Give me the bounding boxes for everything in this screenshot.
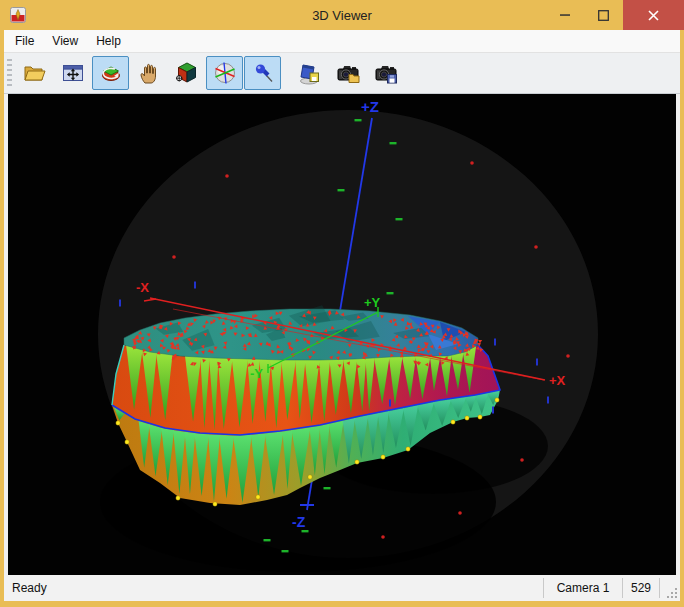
snapshot-to-disk-button[interactable] <box>367 56 404 90</box>
pan-window-button[interactable] <box>54 56 91 90</box>
titlebar[interactable]: 3D Viewer <box>0 0 684 30</box>
cube-icon <box>174 60 200 86</box>
status-value: 529 <box>623 575 659 601</box>
scene-graphics <box>98 110 598 572</box>
snapshot-to-folder-button[interactable] <box>329 56 366 90</box>
viewport-frame: +Z -Z -X +X +Y -Y <box>4 94 680 575</box>
save-scene-button[interactable] <box>291 56 328 90</box>
axis-label-y-pos: +Y <box>364 295 381 310</box>
3d-scene[interactable]: +Z -Z -X +X +Y -Y <box>8 94 676 575</box>
toolbar <box>4 53 680 94</box>
app-window: 3D Viewer File View Help <box>0 0 684 607</box>
minimize-button[interactable] <box>545 0 584 30</box>
status-text: Ready <box>4 575 543 601</box>
save-scene-icon <box>297 60 323 86</box>
close-button[interactable] <box>623 0 684 30</box>
camera-folder-icon <box>335 60 361 86</box>
menu-help[interactable]: Help <box>87 30 130 52</box>
statusbar: Ready Camera 1 529 <box>4 575 680 601</box>
rotate-view-icon <box>98 60 124 86</box>
toolbar-grip-handle[interactable] <box>7 59 12 87</box>
viewport[interactable]: +Z -Z -X +X +Y -Y <box>8 94 676 575</box>
menu-file[interactable]: File <box>6 30 43 52</box>
menu-view[interactable]: View <box>43 30 87 52</box>
trackball-sphere-icon <box>212 60 238 86</box>
axis-label-y-neg: -Y <box>250 366 263 381</box>
close-icon <box>648 10 659 21</box>
app-icon <box>10 7 26 23</box>
rotate-view-button[interactable] <box>92 56 129 90</box>
maximize-icon <box>598 10 609 21</box>
maximize-button[interactable] <box>584 0 623 30</box>
pushpin-icon <box>250 60 276 86</box>
open-button[interactable] <box>16 56 53 90</box>
axis-label-x-neg: -X <box>136 280 149 295</box>
camera-disk-icon <box>373 60 399 86</box>
pan-window-icon <box>60 60 86 86</box>
open-folder-icon <box>22 60 48 86</box>
hand-pan-button[interactable] <box>130 56 167 90</box>
resize-grip[interactable] <box>660 575 680 601</box>
menubar: File View Help <box>4 30 680 53</box>
axis-label-z-pos: +Z <box>361 98 379 115</box>
axis-label-x-pos: +X <box>549 373 566 388</box>
trackball-button[interactable] <box>206 56 243 90</box>
resize-grip-icon <box>666 587 678 599</box>
view-cube-button[interactable] <box>168 56 205 90</box>
status-camera: Camera 1 <box>544 575 622 601</box>
hand-icon <box>136 60 162 86</box>
pin-view-button[interactable] <box>244 56 281 90</box>
minimize-icon <box>560 10 570 20</box>
axis-label-z-neg: -Z <box>292 514 306 530</box>
